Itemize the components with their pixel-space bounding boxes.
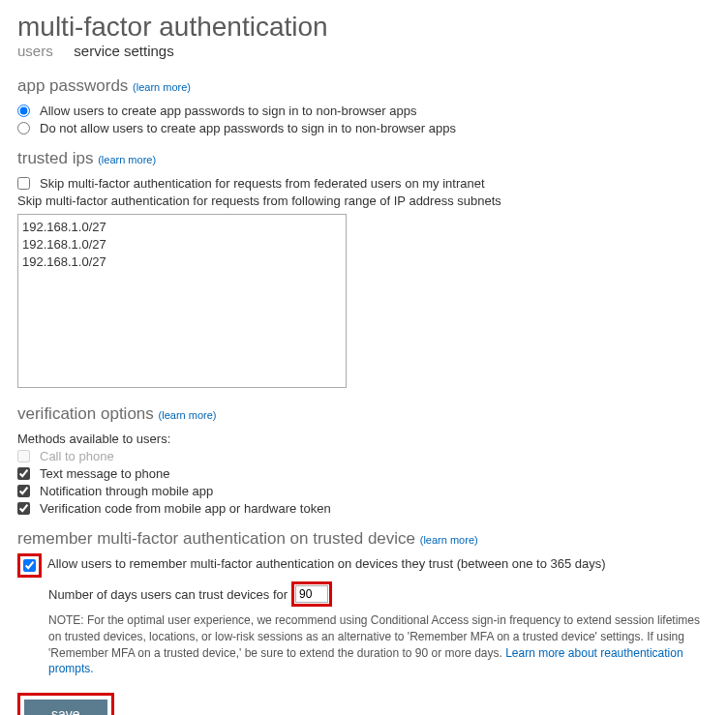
highlight-save-button: save <box>17 693 114 715</box>
checkbox-text-to-phone[interactable] <box>17 467 30 480</box>
verification-options-heading: verification options <box>17 404 154 423</box>
radio-disallow-app-passwords-label: Do not allow users to create app passwor… <box>40 121 456 135</box>
checkbox-allow-remember-mfa[interactable] <box>23 559 36 572</box>
days-label: Number of days users can trust devices f… <box>48 587 288 602</box>
checkbox-call-to-phone <box>17 450 30 462</box>
section-app-passwords-title: app passwords (learn more) <box>17 76 711 96</box>
save-button[interactable]: save <box>24 700 107 715</box>
checkbox-call-to-phone-label: Call to phone <box>40 449 114 463</box>
trusted-ips-heading: trusted ips <box>17 149 93 167</box>
highlight-remember-checkbox <box>17 553 42 578</box>
input-days[interactable] <box>295 585 328 603</box>
trusted-ips-learn-more-link[interactable]: (learn more) <box>98 154 156 165</box>
highlight-days-input <box>291 581 332 607</box>
checkbox-allow-remember-mfa-label: Allow users to remember multi-factor aut… <box>47 556 606 571</box>
methods-label: Methods available to users: <box>17 432 711 446</box>
ip-range-label: Skip multi-factor authentication for req… <box>17 194 711 208</box>
checkbox-skip-federated-label: Skip multi-factor authentication for req… <box>40 176 485 191</box>
tabs: users service settings <box>17 43 711 61</box>
radio-allow-app-passwords-label: Allow users to create app passwords to s… <box>40 104 416 118</box>
radio-allow-app-passwords[interactable] <box>17 104 30 117</box>
page-title: multi-factor authentication <box>17 12 711 43</box>
remember-mfa-learn-more-link[interactable]: (learn more) <box>420 534 478 546</box>
ip-subnets-textarea[interactable] <box>17 214 347 388</box>
section-trusted-ips-title: trusted ips (learn more) <box>17 149 711 168</box>
section-remember-mfa-title: remember multi-factor authentication on … <box>17 529 711 549</box>
radio-disallow-app-passwords[interactable] <box>17 122 30 134</box>
checkbox-notification-app[interactable] <box>17 485 30 497</box>
checkbox-notification-app-label: Notification through mobile app <box>40 484 213 498</box>
checkbox-text-to-phone-label: Text message to phone <box>40 466 169 481</box>
verification-options-learn-more-link[interactable]: (learn more) <box>159 409 217 421</box>
remember-mfa-heading: remember multi-factor authentication on … <box>17 529 415 548</box>
tab-service-settings[interactable]: service settings <box>74 43 173 61</box>
checkbox-verification-code[interactable] <box>17 502 30 515</box>
checkbox-verification-code-label: Verification code from mobile app or har… <box>40 501 331 516</box>
section-verification-options-title: verification options (learn more) <box>17 404 711 424</box>
app-passwords-heading: app passwords <box>17 76 128 95</box>
app-passwords-learn-more-link[interactable]: (learn more) <box>133 81 191 93</box>
tab-users[interactable]: users <box>17 43 53 61</box>
remember-mfa-note: NOTE: For the optimal user experience, w… <box>48 612 711 677</box>
checkbox-skip-federated[interactable] <box>17 177 30 190</box>
